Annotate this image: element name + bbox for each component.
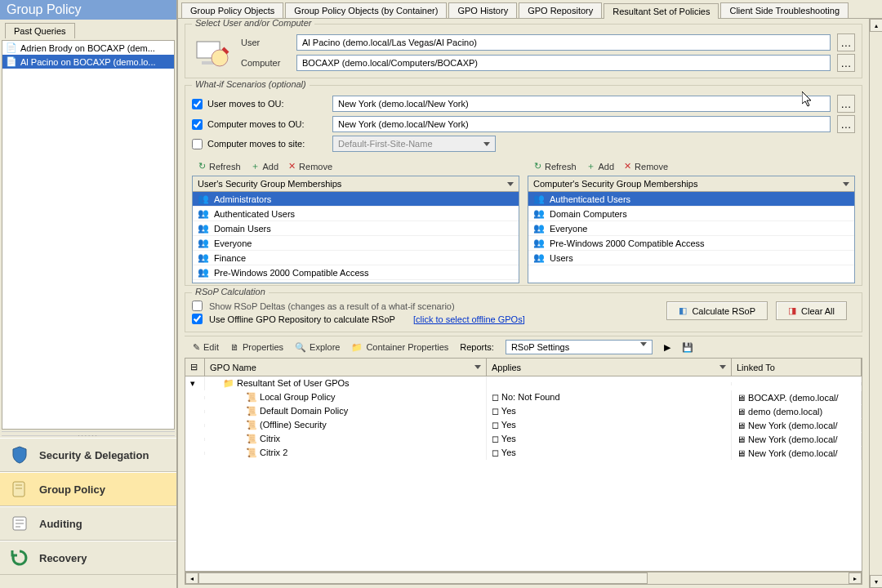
refresh-button[interactable]: ↻Refresh xyxy=(534,161,577,172)
query-item[interactable]: 📄 Al Pacino on BOCAXP (demo.lo... xyxy=(2,55,174,69)
tab-client-troubleshoot[interactable]: Client Side Troubleshooting xyxy=(720,2,849,18)
item-label: Users xyxy=(214,283,238,283)
applies-icon: ◻ xyxy=(492,392,499,402)
explore-button[interactable]: 🔍Explore xyxy=(295,342,340,353)
tab-gpo-by-container[interactable]: Group Policy Objects (by Container) xyxy=(285,2,447,18)
list-item[interactable]: 👥Administrators xyxy=(193,192,519,207)
nav-recovery[interactable]: Recovery xyxy=(0,541,176,575)
computer-moves-ou-field[interactable]: New York (demo.local/New York) xyxy=(332,116,831,132)
calculate-rsop-button[interactable]: ◧ Calculate RSoP xyxy=(666,301,768,320)
use-offline-checkbox[interactable] xyxy=(192,314,203,324)
item-label: Everyone xyxy=(550,224,587,234)
scroll-up-button[interactable]: ▴ xyxy=(870,19,882,32)
applies-icon: ◻ xyxy=(492,420,499,430)
user-moves-ou-checkbox[interactable]: User moves to OU: xyxy=(192,99,326,109)
nav-group-policy[interactable]: Group Policy xyxy=(0,472,176,506)
vertical-scrollbar[interactable]: ▴ ▾ xyxy=(869,19,882,588)
item-label: Administrators xyxy=(214,194,271,204)
list-item[interactable]: 👥Users xyxy=(528,251,854,265)
clear-all-button[interactable]: ◨ Clear All xyxy=(776,301,847,320)
list-item[interactable]: 👥Pre-Windows 2000 Compatible Access xyxy=(193,265,519,280)
scroll-down-button[interactable]: ▾ xyxy=(870,575,882,588)
report-run-icon[interactable]: ▶ xyxy=(664,342,670,353)
table-row[interactable]: 📜 Citrix◻ Yes🖥 New York (demo.local/ xyxy=(185,432,862,446)
linked-value: BOCAXP. (demo.local/ xyxy=(748,393,838,403)
user-field[interactable]: Al Pacino (demo.local/Las Vegas/Al Pacin… xyxy=(296,34,831,51)
table-row[interactable]: 📜 Default Domain Policy◻ Yes🖥 demo (demo… xyxy=(185,404,862,418)
remove-icon: ✕ xyxy=(624,161,631,172)
user-membership-list[interactable]: User's Security Group Memberships 👥Admin… xyxy=(192,176,519,283)
result-root-row[interactable]: ▾ 📁 Resultant Set of User GPOs xyxy=(185,376,862,390)
list-item[interactable]: 👥Domain Computers xyxy=(528,207,854,221)
nav-auditing[interactable]: Auditing xyxy=(0,506,176,541)
checkbox-label: Use Offline GPO Repository to calculate … xyxy=(209,314,395,324)
checkbox[interactable] xyxy=(192,139,203,149)
chevron-down-icon[interactable] xyxy=(843,182,849,186)
group-icon: 👥 xyxy=(533,194,545,204)
col-gpo-name[interactable]: GPO Name xyxy=(205,359,487,376)
tab-gpo-history[interactable]: GPO History xyxy=(448,2,517,18)
col-applies[interactable]: Applies xyxy=(487,359,732,376)
computer-field[interactable]: BOCAXP (demo.local/Computers/BOCAXP) xyxy=(296,55,831,71)
list-item[interactable]: 👥Pre-Windows 2000 Compatible Access xyxy=(528,236,854,251)
list-item[interactable]: 👥Everyone xyxy=(193,236,519,251)
select-user-computer-group: Select User and/or Computer User Al Paci… xyxy=(185,24,862,78)
scroll-right-button[interactable]: ▸ xyxy=(849,572,862,584)
list-title: Computer's Security Group Memberships xyxy=(533,179,697,189)
list-item[interactable]: 👥Authenticated Users xyxy=(528,192,854,207)
add-button[interactable]: ＋Add xyxy=(586,160,615,172)
computer-moves-site-combo: Default-First-Site-Name xyxy=(332,136,496,152)
list-item[interactable]: 👥Authenticated Users xyxy=(193,207,519,221)
reports-combo[interactable]: RSoP Settings xyxy=(506,340,653,354)
computer-membership-list[interactable]: Computer's Security Group Memberships 👥A… xyxy=(528,176,855,283)
tree-toggle-header[interactable]: ⊟ xyxy=(185,359,205,376)
nav-label: Group Policy xyxy=(39,483,105,496)
tab-gpo-repository[interactable]: GPO Repository xyxy=(519,2,602,18)
chevron-down-icon[interactable] xyxy=(507,182,514,186)
tab-rsop[interactable]: Resultant Set of Policies xyxy=(604,3,719,19)
list-item[interactable]: 👥Everyone xyxy=(528,221,854,236)
add-button[interactable]: ＋Add xyxy=(251,160,279,172)
user-label: User xyxy=(241,38,290,47)
splitter[interactable]: ······ xyxy=(2,431,175,436)
list-item[interactable]: 👥Users xyxy=(193,280,519,283)
tab-gpo-objects[interactable]: Group Policy Objects xyxy=(181,2,283,18)
table-row[interactable]: 📜 Citrix 2◻ Yes🖥 New York (demo.local/ xyxy=(185,446,862,460)
computer-moves-ou-checkbox[interactable]: Computer moves to OU: xyxy=(192,119,326,130)
past-queries-list[interactable]: 📄 Adrien Brody on BOCAXP (dem... 📄 Al Pa… xyxy=(2,40,175,430)
remove-button[interactable]: ✕Remove xyxy=(288,161,332,172)
results-grid[interactable]: ▾ 📁 Resultant Set of User GPOs 📜 Local G… xyxy=(185,376,862,572)
container-properties-button[interactable]: 📁Container Properties xyxy=(351,342,448,353)
remove-button[interactable]: ✕Remove xyxy=(624,161,668,172)
linked-value: demo (demo.local) xyxy=(748,407,822,416)
properties-button[interactable]: 🗎Properties xyxy=(230,342,283,352)
checkbox[interactable] xyxy=(192,119,203,130)
browse-button[interactable]: … xyxy=(837,95,855,113)
checkbox[interactable] xyxy=(192,99,203,109)
table-row[interactable]: 📜 (Offline) Security◻ Yes🖥 New York (dem… xyxy=(185,418,862,432)
horizontal-scrollbar[interactable]: ◂ ▸ xyxy=(185,572,862,585)
refresh-button[interactable]: ↻Refresh xyxy=(198,161,241,172)
user-moves-ou-field[interactable]: New York (demo.local/New York) xyxy=(332,96,831,112)
computer-moves-site-checkbox[interactable]: Computer moves to site: xyxy=(192,139,326,149)
table-row[interactable]: 📜 Local Group Policy◻ No: Not Found🖥 BOC… xyxy=(185,390,862,404)
edit-button[interactable]: ✎Edit xyxy=(193,342,219,353)
list-item[interactable]: 👥Domain Users xyxy=(193,221,519,236)
show-deltas-checkbox[interactable] xyxy=(192,301,203,311)
list-item[interactable]: 👥Finance xyxy=(193,251,519,265)
browse-button[interactable]: … xyxy=(837,115,855,133)
item-label: Domain Computers xyxy=(550,209,627,219)
select-offline-gpos-link[interactable]: [click to select offline GPOs] xyxy=(413,314,525,324)
report-export-icon[interactable]: 💾 xyxy=(682,342,693,353)
computer-label: Computer xyxy=(241,58,290,68)
browse-user-button[interactable]: … xyxy=(837,33,855,51)
query-item[interactable]: 📄 Adrien Brody on BOCAXP (dem... xyxy=(2,41,174,55)
nav-security-delegation[interactable]: Security & Delegation xyxy=(0,438,176,472)
chevron-down-icon xyxy=(640,342,647,346)
past-queries-tab[interactable]: Past Queries xyxy=(5,23,75,38)
scroll-left-button[interactable]: ◂ xyxy=(185,572,198,584)
browse-computer-button[interactable]: … xyxy=(837,54,855,72)
refresh-icon: ↻ xyxy=(198,161,206,172)
col-linked-to[interactable]: Linked To xyxy=(732,359,862,376)
scroll-thumb[interactable] xyxy=(198,572,648,584)
